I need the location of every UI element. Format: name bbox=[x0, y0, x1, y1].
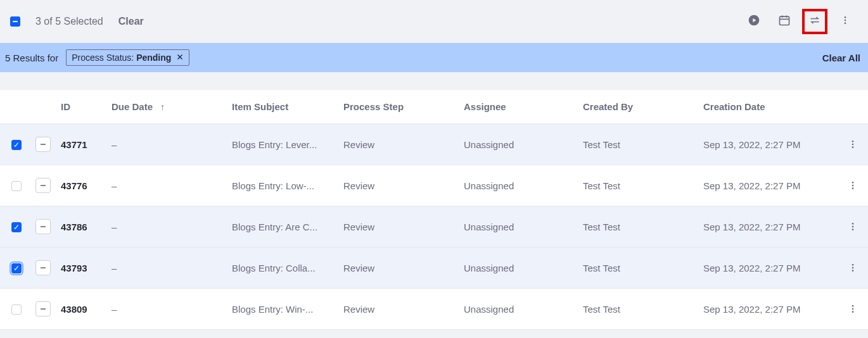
id-cell: 43786 bbox=[56, 206, 106, 247]
assignee-cell: Unassigned bbox=[459, 289, 578, 330]
more-actions-button[interactable] bbox=[833, 9, 858, 34]
created-by-cell: Test Test bbox=[578, 206, 698, 247]
row-checkbox[interactable]: ✓ bbox=[11, 222, 22, 232]
selection-count-text: 3 of 5 Selected bbox=[35, 16, 103, 27]
process-step-cell: Review bbox=[338, 124, 459, 165]
column-header-assignee[interactable]: Assignee bbox=[459, 90, 578, 124]
column-header-id[interactable]: ID bbox=[56, 90, 106, 124]
reassign-icon bbox=[808, 14, 821, 29]
svg-point-24 bbox=[852, 311, 854, 313]
kebab-icon bbox=[848, 180, 858, 191]
column-header-created-by[interactable]: Created By bbox=[578, 90, 698, 124]
svg-point-22 bbox=[852, 305, 854, 307]
svg-point-5 bbox=[845, 16, 846, 18]
svg-point-21 bbox=[852, 270, 854, 272]
row-checkbox[interactable]: ✓ bbox=[11, 140, 22, 150]
check-icon: ✓ bbox=[13, 223, 20, 231]
svg-point-19 bbox=[852, 264, 854, 266]
clear-selection-button[interactable]: Clear bbox=[118, 16, 144, 27]
column-header-creation-date[interactable]: Creation Date bbox=[698, 90, 838, 124]
filter-chip-text: Process Status: Pending bbox=[72, 53, 171, 63]
transition-arrow-icon bbox=[748, 14, 760, 29]
kebab-icon bbox=[848, 139, 858, 149]
expand-row-button[interactable]: – bbox=[35, 178, 51, 193]
master-checkbox-indeterminate[interactable] bbox=[10, 16, 20, 27]
grey-spacer bbox=[0, 72, 868, 90]
item-subject-cell: Blogs Entry: Lever... bbox=[227, 124, 338, 165]
row-actions-button[interactable] bbox=[845, 219, 860, 234]
calendar-icon bbox=[778, 14, 791, 29]
row-checkbox[interactable] bbox=[11, 304, 22, 315]
expand-row-button[interactable]: – bbox=[35, 301, 51, 316]
results-for-text: 5 Results for bbox=[5, 53, 58, 63]
table-row: ✓–43793–Blogs Entry: Colla...ReviewUnass… bbox=[0, 247, 868, 289]
item-subject-cell: Blogs Entry: Low-... bbox=[227, 165, 338, 206]
process-step-cell: Review bbox=[338, 165, 459, 206]
table-row: ✓–43786–Blogs Entry: Are C...ReviewUnass… bbox=[0, 206, 868, 247]
svg-point-12 bbox=[852, 146, 854, 148]
reassign-task-button[interactable] bbox=[802, 9, 827, 34]
row-checkbox[interactable] bbox=[11, 181, 22, 191]
row-actions-button[interactable] bbox=[845, 260, 860, 275]
table-row: –43776–Blogs Entry: Low-...ReviewUnassig… bbox=[0, 165, 868, 206]
kebab-icon bbox=[848, 304, 858, 314]
svg-point-7 bbox=[845, 22, 846, 24]
created-by-cell: Test Test bbox=[578, 124, 698, 165]
column-header-process-step[interactable]: Process Step bbox=[338, 90, 459, 124]
filter-chip-label: Process Status: bbox=[72, 53, 136, 63]
item-subject-cell: Blogs Entry: Are C... bbox=[227, 206, 338, 247]
row-actions-button[interactable] bbox=[845, 301, 860, 316]
creation-date-cell: Sep 13, 2022, 2:27 PM bbox=[698, 289, 838, 330]
creation-date-cell: Sep 13, 2022, 2:27 PM bbox=[698, 124, 838, 165]
due-date-cell: – bbox=[106, 206, 227, 247]
svg-rect-1 bbox=[780, 16, 789, 25]
assignee-cell: Unassigned bbox=[459, 247, 578, 289]
results-table-wrap: ID Due Date ↑ Item Subject Process Step … bbox=[0, 90, 868, 330]
created-by-cell: Test Test bbox=[578, 247, 698, 289]
svg-point-17 bbox=[852, 226, 854, 228]
row-actions-button[interactable] bbox=[845, 137, 860, 152]
filter-chip-process-status: Process Status: Pending bbox=[66, 49, 189, 66]
expand-row-button[interactable]: – bbox=[35, 260, 51, 275]
svg-point-16 bbox=[852, 223, 854, 225]
clear-all-filters-button[interactable]: Clear All bbox=[822, 53, 860, 63]
creation-date-cell: Sep 13, 2022, 2:27 PM bbox=[698, 206, 838, 247]
created-by-cell: Test Test bbox=[578, 165, 698, 206]
column-header-due-date[interactable]: Due Date ↑ bbox=[106, 90, 227, 124]
row-actions-button[interactable] bbox=[845, 178, 860, 193]
kebab-icon bbox=[840, 15, 850, 28]
assignee-cell: Unassigned bbox=[459, 124, 578, 165]
update-due-date-button[interactable] bbox=[772, 9, 797, 34]
check-icon: ✓ bbox=[13, 141, 20, 149]
selection-bar-right bbox=[741, 9, 858, 34]
due-date-cell: – bbox=[106, 289, 227, 330]
expand-row-button[interactable]: – bbox=[35, 219, 51, 234]
remove-filter-button[interactable] bbox=[176, 53, 184, 63]
filter-bar: 5 Results for Process Status: Pending Cl… bbox=[0, 43, 868, 72]
results-table: ID Due Date ↑ Item Subject Process Step … bbox=[0, 90, 868, 330]
creation-date-cell: Sep 13, 2022, 2:27 PM bbox=[698, 247, 838, 289]
created-by-cell: Test Test bbox=[578, 289, 698, 330]
svg-point-10 bbox=[852, 141, 854, 142]
svg-point-13 bbox=[852, 182, 854, 184]
minus-icon bbox=[13, 21, 18, 22]
table-row: –43809–Blogs Entry: Win-...ReviewUnassig… bbox=[0, 289, 868, 330]
row-checkbox[interactable]: ✓ bbox=[11, 263, 22, 273]
svg-point-18 bbox=[852, 228, 854, 230]
svg-point-20 bbox=[852, 267, 854, 269]
process-step-cell: Review bbox=[338, 247, 459, 289]
id-cell: 43809 bbox=[56, 289, 106, 330]
svg-point-6 bbox=[845, 19, 846, 21]
table-row: ✓–43771–Blogs Entry: Lever...ReviewUnass… bbox=[0, 124, 868, 165]
column-header-item-subject[interactable]: Item Subject bbox=[227, 90, 338, 124]
id-cell: 43793 bbox=[56, 247, 106, 289]
table-header-row: ID Due Date ↑ Item Subject Process Step … bbox=[0, 90, 868, 124]
transition-button[interactable] bbox=[741, 9, 767, 34]
expand-row-button[interactable]: – bbox=[35, 137, 51, 152]
kebab-icon bbox=[848, 222, 858, 232]
svg-point-14 bbox=[852, 185, 854, 187]
due-date-cell: – bbox=[106, 124, 227, 165]
svg-point-15 bbox=[852, 187, 854, 189]
item-subject-cell: Blogs Entry: Win-... bbox=[227, 289, 338, 330]
column-header-due-date-label: Due Date bbox=[112, 101, 153, 112]
